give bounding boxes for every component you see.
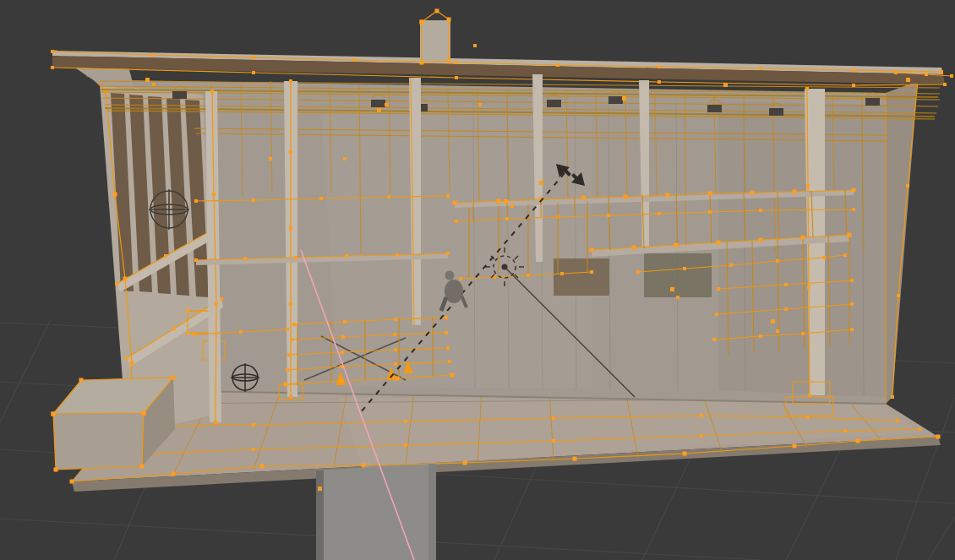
foreground-pillar	[316, 464, 436, 560]
wall-opening-panel	[554, 258, 609, 296]
3d-viewport-canvas[interactable]	[0, 0, 955, 560]
wall-opening-panel-2	[644, 253, 712, 297]
